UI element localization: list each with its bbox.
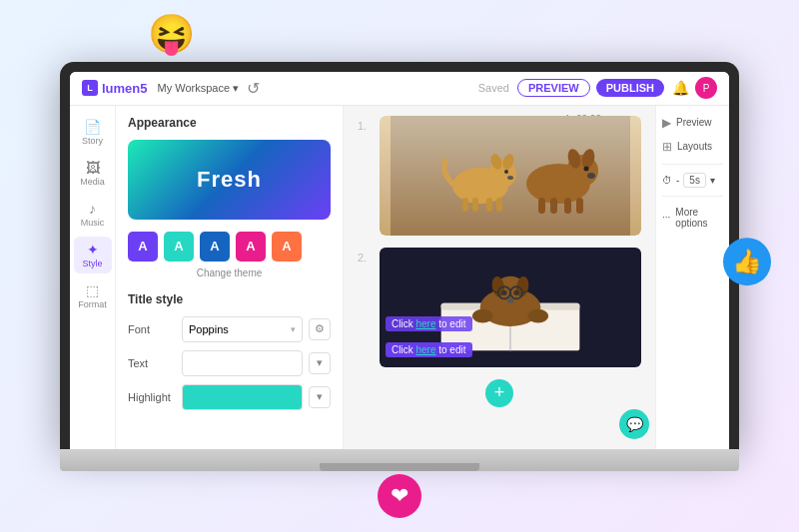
- rs-preview-label: Preview: [676, 117, 712, 128]
- topbar: L lumen5 My Workspace ▾ ↺ Saved PREVIEW …: [70, 72, 729, 106]
- svg-point-16: [587, 173, 595, 179]
- notification-icon[interactable]: 🔔: [672, 80, 689, 96]
- rs-more-label: More options: [675, 207, 723, 229]
- svg-rect-17: [538, 198, 545, 214]
- swatch-4[interactable]: A: [236, 232, 266, 262]
- publish-button[interactable]: PUBLISH: [596, 79, 664, 97]
- theme-card-label: Fresh: [197, 167, 262, 193]
- font-value: Poppins: [189, 323, 229, 335]
- text-row: Text ▾: [128, 350, 331, 376]
- logo-icon: L: [82, 80, 98, 96]
- ellipsis-icon: ···: [662, 212, 670, 223]
- slide-2: 2.: [358, 248, 641, 367]
- music-label: Music: [81, 218, 105, 228]
- sidebar-item-style[interactable]: ✦ Style: [74, 237, 112, 273]
- svg-rect-19: [564, 198, 571, 214]
- font-chevron: ▾: [291, 324, 296, 334]
- rs-divider-2: [662, 196, 723, 197]
- screen: L lumen5 My Workspace ▾ ↺ Saved PREVIEW …: [70, 72, 729, 449]
- style-label: Style: [82, 259, 102, 268]
- dog-scene: [380, 116, 641, 236]
- svg-point-34: [501, 289, 506, 294]
- chat-fab-button[interactable]: 💬: [619, 409, 649, 439]
- avatar: P: [695, 77, 717, 99]
- change-theme-button[interactable]: Change theme: [128, 267, 331, 278]
- app: L lumen5 My Workspace ▾ ↺ Saved PREVIEW …: [70, 72, 729, 449]
- svg-point-6: [507, 176, 513, 180]
- music-icon: ♪: [89, 201, 96, 217]
- swatch-5[interactable]: A: [272, 232, 302, 262]
- svg-point-36: [507, 297, 514, 302]
- sidebar-item-format[interactable]: ⬚ Format: [74, 277, 112, 314]
- text-label: Text: [128, 357, 176, 369]
- workspace-chevron: ▾: [233, 82, 239, 95]
- swatch-3[interactable]: A: [200, 232, 230, 262]
- laptop-base: [60, 449, 739, 471]
- sidebar-icons: 📄 Story 🖼 Media ♪ Music: [70, 106, 116, 449]
- format-label: Format: [78, 299, 107, 309]
- text-overlay: Click here to edit Click here to edit: [386, 313, 635, 357]
- sidebar-item-story[interactable]: 📄 Story: [74, 114, 112, 151]
- rs-layouts-button[interactable]: ⊞ Layouts: [662, 138, 723, 156]
- swatch-2[interactable]: A: [164, 232, 194, 262]
- highlight-label: Highlight: [128, 391, 176, 403]
- svg-rect-9: [486, 198, 492, 212]
- canvas[interactable]: ⏱ 00:08 1.: [344, 106, 655, 449]
- rs-preview-button[interactable]: ▶ Preview: [662, 114, 723, 132]
- theme-card[interactable]: Fresh: [128, 140, 331, 220]
- slide-1: 1.: [358, 116, 641, 236]
- sidebar-item-music[interactable]: ♪ Music: [74, 196, 112, 233]
- text-settings-button[interactable]: ▾: [309, 352, 331, 374]
- undo-button[interactable]: ↺: [247, 79, 260, 98]
- title-style-label: Title style: [128, 292, 331, 306]
- story-label: Story: [82, 136, 103, 146]
- highlight-settings-button[interactable]: ▾: [309, 386, 331, 408]
- main-content: 📄 Story 🖼 Media ♪ Music: [70, 106, 729, 449]
- sidebar-item-media[interactable]: 🖼 Media: [74, 155, 112, 192]
- slide-1-number: 1.: [358, 120, 372, 132]
- logo: L lumen5: [82, 80, 148, 96]
- svg-rect-8: [472, 198, 478, 212]
- play-icon: ▶: [662, 116, 671, 130]
- swatch-1[interactable]: A: [128, 232, 158, 262]
- font-row: Font Poppins ▾ ⚙: [128, 316, 331, 342]
- swatches: A A A A A: [128, 232, 331, 262]
- rs-timer-chevron: ▾: [710, 175, 715, 186]
- font-select[interactable]: Poppins ▾: [182, 316, 303, 342]
- rs-divider: [662, 164, 723, 165]
- workspace-button[interactable]: My Workspace ▾: [158, 82, 240, 95]
- svg-rect-7: [462, 198, 468, 212]
- format-icon: ⬚: [86, 282, 99, 298]
- rs-more-options-button[interactable]: ··· More options: [662, 205, 723, 231]
- rs-timer-value[interactable]: 5s: [683, 173, 706, 188]
- svg-point-5: [504, 170, 508, 174]
- screen-bezel: L lumen5 My Workspace ▾ ↺ Saved PREVIEW …: [60, 62, 739, 449]
- slide-1-image[interactable]: [380, 116, 641, 236]
- text-color-picker[interactable]: [182, 350, 303, 376]
- clock-icon: ⏱: [662, 175, 672, 186]
- highlight-color-picker[interactable]: [182, 384, 303, 410]
- title-style-section: Title style Font Poppins ▾ ⚙: [128, 292, 331, 410]
- layouts-icon: ⊞: [662, 140, 672, 154]
- preview-button[interactable]: PREVIEW: [517, 79, 590, 97]
- media-icon: 🖼: [86, 160, 100, 176]
- svg-rect-18: [550, 198, 557, 214]
- svg-point-15: [584, 166, 589, 171]
- slide-2-image[interactable]: Click here to edit Click here to edit: [380, 248, 641, 367]
- media-label: Media: [80, 177, 105, 187]
- laptop: L lumen5 My Workspace ▾ ↺ Saved PREVIEW …: [60, 62, 739, 471]
- click-here-edit-bottom[interactable]: Click here to edit: [386, 342, 472, 357]
- svg-point-35: [513, 289, 518, 294]
- rs-dash: -: [676, 175, 679, 186]
- rs-timer: ⏱ - 5s ▾: [662, 173, 723, 188]
- style-icon: ✦: [87, 242, 99, 258]
- workspace-label: My Workspace: [158, 82, 231, 94]
- saved-label: Saved: [478, 82, 509, 94]
- font-settings-button[interactable]: ⚙: [309, 318, 331, 340]
- add-slide-button[interactable]: +: [485, 379, 513, 407]
- click-here-edit-top[interactable]: Click here to edit: [386, 316, 472, 331]
- rs-layouts-label: Layouts: [677, 141, 712, 152]
- svg-rect-20: [576, 198, 583, 214]
- highlight-row: Highlight ▾: [128, 384, 331, 410]
- heart-badge: ❤: [378, 474, 421, 518]
